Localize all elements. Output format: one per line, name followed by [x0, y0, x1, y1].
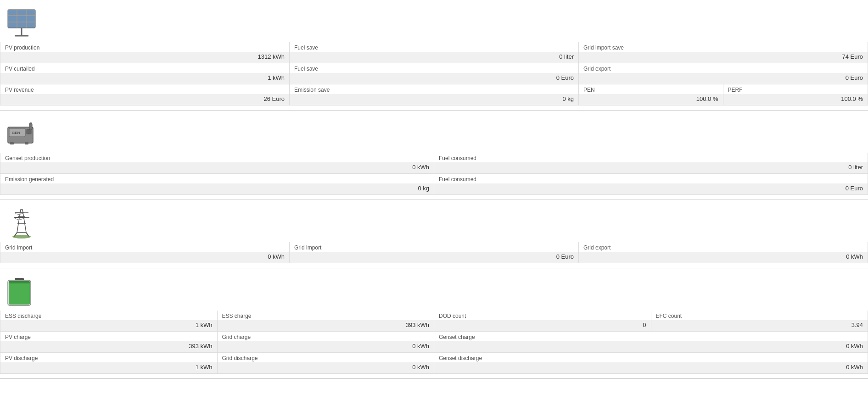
grid-import-save-value: 74 Euro	[579, 52, 868, 63]
pv-icon-container	[0, 5, 868, 42]
pv-charge-label: PV charge	[0, 332, 217, 341]
fuel-save-liter-value: 0 liter	[290, 52, 578, 63]
grid-section: Grid import 0 kWh Grid import 0 Euro Gri…	[0, 200, 868, 268]
genset-discharge-label: Genset discharge	[434, 353, 868, 362]
grid-icon-container	[0, 205, 868, 242]
pv-curtailed-value: 1 kWh	[0, 73, 289, 84]
svg-rect-22	[29, 123, 32, 130]
grid-export-euro-value: 0 Euro	[579, 73, 868, 84]
svg-rect-6	[17, 10, 26, 15]
genset-section: GEN Genset production 0 kWh Fuel consume…	[0, 111, 868, 200]
pen-label: PEN	[579, 84, 723, 94]
grid-import-euro-value: 0 Euro	[290, 252, 578, 263]
perf-value: 100.0 %	[723, 94, 868, 105]
grid-import-kwh-cell: Grid import 0 kWh	[0, 242, 290, 263]
grid-import-save-cell: Grid import save 74 Euro	[579, 42, 868, 63]
pv-revenue-value: 26 Euro	[0, 94, 289, 105]
pv-revenue-cell: PV revenue 26 Euro	[0, 84, 290, 105]
emission-generated-value: 0 kg	[0, 183, 434, 194]
svg-point-23	[29, 122, 32, 124]
power-tower-icon	[6, 207, 38, 239]
fuel-save-euro-value: 0 Euro	[290, 73, 578, 84]
fuel-consumed-euro-label: Fuel consumed	[434, 174, 868, 183]
pv-discharge-value: 1 kWh	[0, 362, 217, 373]
pv-section: PV production 1312 kWh Fuel save 0 liter…	[0, 0, 868, 111]
svg-rect-35	[9, 281, 30, 283]
ess-discharge-value: 1 kWh	[0, 320, 217, 331]
ess-stats-grid: ESS discharge 1 kWh ESS charge 393 kWh D…	[0, 311, 868, 374]
svg-rect-11	[8, 22, 17, 28]
grid-import-kwh-value: 0 kWh	[0, 252, 289, 263]
fuel-consumed-euro-value: 0 Euro	[434, 183, 868, 194]
genset-charge-cell: Genset charge 0 kWh	[434, 332, 868, 353]
fuel-consumed-euro-cell: Fuel consumed 0 Euro	[434, 174, 868, 195]
efc-count-value: 3.94	[651, 320, 868, 331]
genset-charge-label: Genset charge	[434, 332, 868, 341]
grid-discharge-cell: Grid discharge 0 kWh	[218, 353, 435, 374]
grid-export-kwh-cell: Grid export 0 kWh	[579, 242, 868, 263]
pen-value: 100.0 %	[579, 94, 723, 105]
pv-discharge-cell: PV discharge 1 kWh	[0, 353, 218, 374]
svg-text:GEN: GEN	[12, 131, 20, 135]
grid-import-euro-label: Grid import	[290, 242, 578, 252]
genset-stats-grid: Genset production 0 kWh Fuel consumed 0 …	[0, 153, 868, 195]
genset-production-label: Genset production	[0, 153, 434, 162]
svg-rect-21	[25, 142, 28, 144]
fuel-consumed-liter-cell: Fuel consumed 0 liter	[434, 153, 868, 174]
fuel-save-euro-cell: Fuel save 0 Euro	[290, 63, 579, 84]
pen-sub-cell: PEN 100.0 %	[579, 84, 723, 105]
ess-icon-container	[0, 273, 868, 311]
pv-stats-grid: PV production 1312 kWh Fuel save 0 liter…	[0, 42, 868, 105]
ess-section: ESS discharge 1 kWh ESS charge 393 kWh D…	[0, 268, 868, 379]
grid-discharge-value: 0 kWh	[218, 362, 434, 373]
svg-rect-20	[10, 142, 14, 144]
efc-count-label: EFC count	[651, 311, 868, 320]
fuel-consumed-liter-value: 0 liter	[434, 162, 868, 173]
dod-count-cell: DOD count 0	[434, 311, 651, 332]
pv-charge-cell: PV charge 393 kWh	[0, 332, 218, 353]
fuel-consumed-liter-label: Fuel consumed	[434, 153, 868, 162]
svg-rect-7	[27, 10, 35, 15]
pv-curtailed-cell: PV curtailed 1 kWh	[0, 63, 290, 84]
fuel-save-euro-label: Fuel save	[290, 63, 578, 73]
pv-revenue-label: PV revenue	[0, 84, 289, 94]
pv-production-value: 1312 kWh	[0, 52, 289, 63]
emission-save-value: 0 kg	[290, 94, 578, 105]
emission-generated-cell: Emission generated 0 kg	[0, 174, 434, 195]
svg-point-31	[12, 235, 31, 239]
pv-charge-value: 393 kWh	[0, 341, 217, 352]
grid-export-kwh-label: Grid export	[579, 242, 868, 252]
grid-charge-label: Grid charge	[218, 332, 434, 341]
grid-export-euro-label: Grid export	[579, 63, 868, 73]
svg-rect-13	[27, 22, 35, 28]
svg-rect-34	[9, 281, 30, 305]
dod-count-label: DOD count	[434, 311, 651, 320]
efc-count-cell: EFC count 3.94	[651, 311, 868, 332]
pv-production-label: PV production	[0, 42, 289, 52]
grid-discharge-label: Grid discharge	[218, 353, 434, 362]
battery-icon	[6, 276, 33, 308]
fuel-save-liter-label: Fuel save	[290, 42, 578, 52]
genset-discharge-value: 0 kWh	[434, 362, 868, 373]
pen-perf-cell: PEN 100.0 % PERF 100.0 %	[579, 84, 868, 105]
svg-rect-12	[17, 22, 26, 28]
grid-import-save-label: Grid import save	[579, 42, 868, 52]
emission-save-label: Emission save	[290, 84, 578, 94]
fuel-save-liter-cell: Fuel save 0 liter	[290, 42, 579, 63]
genset-production-cell: Genset production 0 kWh	[0, 153, 434, 174]
ess-charge-value: 393 kWh	[218, 320, 434, 331]
svg-rect-9	[17, 16, 26, 22]
perf-sub-cell: PERF 100.0 %	[723, 84, 868, 105]
genset-discharge-cell: Genset discharge 0 kWh	[434, 353, 868, 374]
ess-charge-cell: ESS charge 393 kWh	[218, 311, 435, 332]
generator-icon: GEN	[6, 118, 38, 150]
svg-rect-10	[27, 16, 35, 22]
ess-discharge-label: ESS discharge	[0, 311, 217, 320]
grid-charge-value: 0 kWh	[218, 341, 434, 352]
ess-discharge-cell: ESS discharge 1 kWh	[0, 311, 218, 332]
grid-export-euro-cell: Grid export 0 Euro	[579, 63, 868, 84]
grid-charge-cell: Grid charge 0 kWh	[218, 332, 435, 353]
svg-rect-8	[8, 16, 17, 22]
emission-generated-label: Emission generated	[0, 174, 434, 183]
svg-rect-5	[8, 10, 17, 15]
